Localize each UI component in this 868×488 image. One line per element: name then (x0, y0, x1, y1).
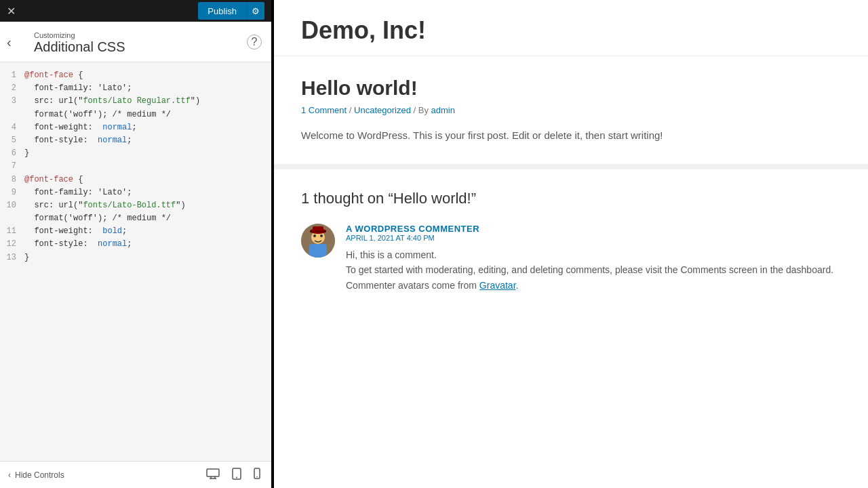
comment-line1: Hi, this is a comment. (346, 249, 437, 260)
code-lines: 1@font-face {2 font-family: 'Lato';3 src… (0, 62, 271, 271)
comment-text: Hi, this is a comment. To get started wi… (346, 247, 833, 293)
publish-gear-button[interactable]: ⚙ (246, 2, 264, 20)
comment-line3-prefix: Commenter avatars come from (346, 280, 479, 291)
line-number: 11 (0, 225, 24, 238)
line-content: font-style: normal; (24, 134, 132, 147)
code-line: 8@font-face { (0, 174, 271, 186)
post-meta-category-link[interactable]: Uncategorized (354, 105, 411, 115)
comment-line2: To get started with moderating, editing,… (346, 264, 833, 275)
left-panel: ✕ Publish ⚙ ‹ Customizing Additional CSS… (0, 0, 271, 488)
line-number: 4 (0, 121, 24, 134)
tablet-view-button[interactable] (229, 466, 244, 484)
comments-area: 1 thought on “Hello world!” (274, 164, 868, 327)
comment-item: A WORDPRESS COMMENTER APRIL 1, 2021 AT 4… (301, 224, 841, 293)
code-line: format('woff'); /* medium */ (0, 212, 271, 225)
customizer-header: ‹ Customizing Additional CSS ? (0, 22, 271, 62)
line-number: 6 (0, 147, 24, 160)
line-number: 8 (0, 174, 24, 186)
svg-rect-0 (207, 469, 219, 476)
commenter-avatar (301, 224, 335, 258)
desktop-view-button[interactable] (203, 466, 222, 484)
publish-button[interactable]: Publish (198, 2, 246, 20)
post-area: Hello world! 1 Comment / Uncategorized /… (274, 56, 868, 164)
line-content: } (24, 147, 29, 160)
preview-panel: Demo, Inc! Hello world! 1 Comment / Unca… (271, 0, 868, 488)
line-number: 2 (0, 82, 24, 95)
svg-rect-15 (310, 230, 326, 232)
post-meta: 1 Comment / Uncategorized / By admin (301, 105, 841, 115)
code-editor[interactable]: 1@font-face {2 font-family: 'Lato';3 src… (0, 62, 271, 461)
line-number: 5 (0, 134, 24, 147)
commenter-name: A WORDPRESS COMMENTER (346, 224, 833, 234)
post-meta-author-link[interactable]: admin (431, 105, 455, 115)
section-title: Additional CSS (34, 39, 125, 54)
gravatar-link[interactable]: Gravatar (479, 280, 516, 291)
code-line: 5 font-style: normal; (0, 134, 271, 147)
code-line: 6} (0, 147, 271, 160)
code-line: format('woff'); /* medium */ (0, 108, 271, 121)
publish-group: Publish ⚙ (198, 2, 264, 20)
code-line: 7 (0, 160, 271, 173)
line-content: @font-face { (24, 69, 83, 82)
close-button[interactable]: ✕ (7, 5, 16, 18)
line-content: format('woff'); /* medium */ (24, 212, 171, 225)
code-line: 1@font-face { (0, 69, 271, 82)
post-excerpt: Welcome to WordPress. This is your first… (301, 127, 841, 144)
comment-date: APRIL 1, 2021 AT 4:40 PM (346, 234, 833, 242)
code-line: 11 font-weight: bold; (0, 225, 271, 238)
mobile-view-button[interactable] (251, 466, 263, 484)
comments-title: 1 thought on “Hello world!” (301, 190, 841, 207)
top-bar: ✕ Publish ⚙ (0, 0, 271, 22)
line-content: font-weight: bold; (24, 225, 127, 238)
back-button[interactable]: ‹ (7, 35, 12, 49)
line-content: font-family: 'Lato'; (24, 186, 132, 199)
code-line: 13} (0, 251, 271, 264)
line-content: src: url("fonts/Lato Regular.ttf") (24, 95, 200, 108)
post-meta-sep1: / (349, 105, 354, 115)
svg-point-11 (313, 235, 316, 237)
help-button[interactable]: ? (247, 35, 262, 49)
post-title: Hello world! (301, 77, 841, 100)
comment-body: A WORDPRESS COMMENTER APRIL 1, 2021 AT 4… (346, 224, 833, 293)
line-number: 3 (0, 95, 24, 108)
line-content: font-family: 'Lato'; (24, 82, 132, 95)
customizing-label: Customizing (34, 31, 260, 39)
svg-point-12 (320, 235, 323, 237)
post-meta-by: / By (414, 105, 431, 115)
line-number: 13 (0, 251, 24, 264)
line-content: src: url("fonts/Lato-Bold.ttf") (24, 199, 186, 212)
line-number: 1 (0, 69, 24, 82)
line-content: format('woff'); /* medium */ (24, 108, 171, 121)
line-content: @font-face { (24, 174, 83, 186)
svg-point-7 (256, 476, 258, 478)
svg-point-5 (236, 476, 237, 478)
line-number: 10 (0, 199, 24, 212)
code-line: 9 font-family: 'Lato'; (0, 186, 271, 199)
line-content: font-style: normal; (24, 238, 132, 251)
line-number: 9 (0, 186, 24, 199)
bottom-icons (203, 466, 263, 484)
site-title: Demo, Inc! (274, 0, 868, 56)
line-number: 7 (0, 160, 24, 173)
line-content: font-weight: normal; (24, 121, 137, 134)
bottom-bar: ‹ Hide Controls (0, 461, 271, 488)
code-line: 4 font-weight: normal; (0, 121, 271, 134)
svg-rect-10 (309, 244, 327, 258)
line-content: } (24, 251, 29, 264)
hide-controls-label: Hide Controls (15, 470, 64, 480)
post-meta-comment-link[interactable]: 1 Comment (301, 105, 347, 115)
code-line: 3 src: url("fonts/Lato Regular.ttf") (0, 95, 271, 108)
code-line: 2 font-family: 'Lato'; (0, 82, 271, 95)
line-number: 12 (0, 238, 24, 251)
hide-controls-back-icon: ‹ (8, 470, 11, 480)
hide-controls-button[interactable]: ‹ Hide Controls (8, 470, 64, 480)
code-line: 12 font-style: normal; (0, 238, 271, 251)
code-line: 10 src: url("fonts/Lato-Bold.ttf") (0, 199, 271, 212)
